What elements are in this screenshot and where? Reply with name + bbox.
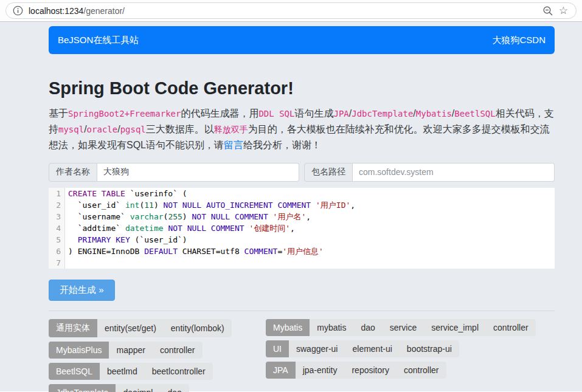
form-row: 作者名称 包名路径 xyxy=(49,163,555,182)
template-item-swagger-ui[interactable]: swagger-ui xyxy=(289,340,345,357)
code-text: `username` varchar(255) NOT NULL COMMENT… xyxy=(65,211,311,222)
line-number: 2 xyxy=(49,199,65,211)
code-token: varchar xyxy=(130,212,164,221)
group-label: JdbcTemplate xyxy=(49,384,116,392)
sql-code-editor[interactable]: 1CREATE TABLE `userinfo` (2 `user_id` in… xyxy=(49,188,555,269)
template-group-BeetlSQL: BeetlSQLbeetlmdbeetlcontroller xyxy=(49,363,213,380)
template-group-JdbcTemplate: JdbcTemplatedaoimpldao xyxy=(49,384,189,392)
browser-toolbar: localhost:1234/generator/ ☆ xyxy=(0,0,582,22)
code-token: NOT NULL AUTO_INCREMENT COMMENT xyxy=(164,201,311,210)
code-token: `addtime` xyxy=(68,224,125,233)
code-line: 1CREATE TABLE `userinfo` ( xyxy=(49,188,555,199)
inline-code: JdbcTemplate xyxy=(352,109,413,119)
code-token xyxy=(68,235,78,244)
line-number: 1 xyxy=(49,188,65,199)
code-token: NOT NULL COMMENT xyxy=(192,212,268,221)
template-item-dao[interactable]: dao xyxy=(160,384,189,392)
template-item-repository[interactable]: repository xyxy=(344,362,396,379)
page-info-icon[interactable] xyxy=(13,5,23,16)
template-item-service[interactable]: service xyxy=(383,319,424,336)
template-item-controller[interactable]: controller xyxy=(153,342,203,359)
address-bar[interactable]: localhost:1234/generator/ ☆ xyxy=(5,2,577,19)
inline-code: DDL SQL xyxy=(258,109,294,119)
group-label: MybatisPlus xyxy=(49,342,109,359)
code-line: 2 `user_id` int(11) NOT NULL AUTO_INCREM… xyxy=(49,199,555,211)
code-token: ) xyxy=(154,201,164,210)
line-number: 6 xyxy=(49,246,65,257)
intro-text: 基于 xyxy=(49,108,68,119)
line-number: 7 xyxy=(49,257,65,269)
template-item-mapper[interactable]: mapper xyxy=(109,342,152,359)
code-token: ) ENGINE=InnoDB xyxy=(68,247,144,256)
code-token: datetime xyxy=(125,224,164,233)
template-item-element-ui[interactable]: element-ui xyxy=(345,340,399,357)
inline-code: mysql xyxy=(58,125,84,134)
author-input[interactable] xyxy=(97,163,299,182)
code-token: '创建时间' xyxy=(249,224,290,233)
code-text: CREATE TABLE `userinfo` ( xyxy=(65,188,187,199)
code-token: int xyxy=(125,201,139,210)
intro-text: 给我分析，谢谢！ xyxy=(243,140,321,150)
code-token: DEFAULT xyxy=(144,247,178,256)
code-token: , xyxy=(290,224,295,233)
line-number: 5 xyxy=(49,234,65,246)
url-host: localhost:1234 xyxy=(29,6,83,16)
template-item-service_impl[interactable]: service_impl xyxy=(424,319,486,336)
code-token: '用户ID' xyxy=(316,201,350,210)
template-item-daoimpl[interactable]: daoimpl xyxy=(116,384,160,392)
template-item-controller[interactable]: controller xyxy=(397,362,446,379)
group-label: BeetlSQL xyxy=(49,363,100,380)
inline-code: oracle xyxy=(87,125,118,134)
site-header: BeJSON在线工具站 大狼狗CSDN xyxy=(49,26,555,54)
template-item-jpa-entity[interactable]: jpa-entity xyxy=(296,362,345,379)
code-token xyxy=(268,212,273,221)
bookmark-star-icon[interactable]: ☆ xyxy=(559,5,568,16)
code-text: ) ENGINE=InnoDB DEFAULT CHARSET=utf8 COM… xyxy=(65,246,324,257)
main-container: BeJSON在线工具站 大狼狗CSDN Spring Boot Code Gen… xyxy=(49,26,555,392)
template-groups-right-column: Mybatismybatisdaoserviceservice_implcont… xyxy=(266,319,555,392)
template-item-bootstrap-ui[interactable]: bootstrap-ui xyxy=(400,340,459,357)
template-group-Mybatis: Mybatismybatisdaoserviceservice_implcont… xyxy=(266,319,536,336)
template-item-mybatis[interactable]: mybatis xyxy=(310,319,353,336)
template-item-entity(set/get)[interactable]: entity(set/get) xyxy=(97,319,164,337)
code-line: 6) ENGINE=InnoDB DEFAULT CHARSET=utf8 CO… xyxy=(49,246,555,257)
code-token: , xyxy=(306,212,311,221)
url-path: /generator/ xyxy=(83,6,125,16)
template-item-dao[interactable]: dao xyxy=(353,319,382,336)
code-token: CREATE TABLE xyxy=(68,189,125,198)
template-item-beetlmd[interactable]: beetlmd xyxy=(100,363,145,380)
template-item-entity(lombok)[interactable]: entity(lombok) xyxy=(164,319,232,337)
brand-link[interactable]: BeJSON在线工具站 xyxy=(58,35,139,46)
package-input[interactable] xyxy=(353,163,555,182)
template-item-beetlcontroller[interactable]: beetlcontroller xyxy=(145,363,213,380)
feedback-link[interactable]: 留言 xyxy=(224,140,243,150)
header-right-link[interactable]: 大狼狗CSDN xyxy=(492,35,546,46)
line-number: 3 xyxy=(49,211,65,222)
page-title: Spring Boot Code Generator! xyxy=(49,78,555,98)
package-label: 包名路径 xyxy=(304,163,353,182)
url-text[interactable]: localhost:1234/generator/ xyxy=(29,6,125,16)
code-token: COMMENT xyxy=(244,247,278,256)
template-group-JPA: JPAjpa-entityrepositorycontroller xyxy=(266,362,446,379)
code-token: `user_id` xyxy=(68,201,125,210)
inline-code: BeetlSQL xyxy=(454,109,495,119)
code-text: PRIMARY KEY (`user_id`) xyxy=(65,234,187,246)
intro-text: 三大数据库。以 xyxy=(146,124,214,134)
code-token: ) xyxy=(182,212,192,221)
package-input-group: 包名路径 xyxy=(304,163,555,182)
group-label: JPA xyxy=(266,362,296,379)
zoom-out-icon[interactable] xyxy=(542,5,553,16)
code-line: 7 xyxy=(49,257,555,269)
inline-code: 释放双手 xyxy=(214,125,248,134)
group-label: 通用实体 xyxy=(49,319,97,337)
intro-text: 的代码生成器，用 xyxy=(181,108,258,119)
code-token: , xyxy=(350,201,355,210)
code-token: 255 xyxy=(168,212,182,221)
code-line: 4 `addtime` datetime NOT NULL COMMENT '创… xyxy=(49,222,555,234)
generate-button[interactable]: 开始生成 » xyxy=(49,280,115,301)
page-background: BeJSON在线工具站 大狼狗CSDN Spring Boot Code Gen… xyxy=(0,22,582,391)
line-number: 4 xyxy=(49,222,65,234)
author-input-group: 作者名称 xyxy=(49,163,299,182)
template-item-controller[interactable]: controller xyxy=(486,319,536,336)
code-token xyxy=(311,201,316,210)
